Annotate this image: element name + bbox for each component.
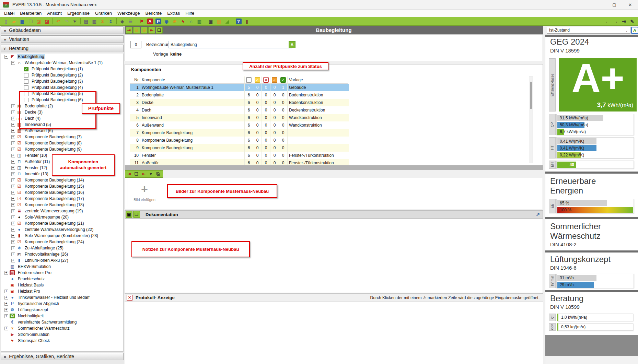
chart-green-icon[interactable]: ◢ bbox=[223, 17, 231, 25]
save-doc-icon[interactable]: ▣ bbox=[126, 211, 132, 218]
expander-icon[interactable] bbox=[11, 117, 15, 120]
copy-doc-icon[interactable]: ❏ bbox=[133, 211, 140, 218]
expander-icon[interactable] bbox=[11, 104, 15, 108]
menu-item[interactable]: Grafiken bbox=[92, 10, 115, 16]
tree-item[interactable]: ☑ Komponente Baubegleitung (8) bbox=[1, 140, 123, 146]
tree-item[interactable]: ☑ Komponente Baubegleitung (18) bbox=[1, 202, 123, 208]
table-row[interactable]: 8 Komponente Baubegleitung 6 0 0 0 0 bbox=[130, 137, 349, 144]
expander-icon[interactable] bbox=[11, 178, 15, 182]
globe-icon[interactable]: ◉ bbox=[163, 17, 170, 25]
status-pending-icon[interactable] bbox=[255, 77, 260, 83]
checkbox[interactable] bbox=[24, 85, 28, 90]
chart-report-icon[interactable]: ▥ bbox=[91, 17, 98, 25]
new-file-icon[interactable]: ▯ bbox=[2, 17, 10, 25]
table-row[interactable]: 10 Fenster 6 0 0 0 0 Fenster-/Türkonstru… bbox=[130, 152, 349, 159]
heizlast-a-icon[interactable]: A bbox=[146, 17, 154, 25]
variant-dropdown[interactable]: Ist-Zustand ⌄ bbox=[547, 27, 630, 34]
p-tool-icon[interactable]: P bbox=[154, 17, 162, 25]
tree-item[interactable]: Prüfpunkt Baubegleitung (2) bbox=[1, 72, 123, 78]
forward-icon[interactable]: → bbox=[612, 17, 619, 25]
tree-item[interactable]: ϟ Stromspar-Check bbox=[1, 338, 123, 344]
marker-icon[interactable]: ⚑ bbox=[138, 17, 146, 25]
tree-item[interactable]: ● Feuchteschutz bbox=[1, 276, 123, 282]
undo-icon[interactable]: ↶ bbox=[55, 17, 62, 25]
tree-item[interactable]: ☑ Komponente Baubegleitung (15) bbox=[1, 183, 123, 189]
tree-item[interactable]: ☑ Komponente Baubegleitung (16) bbox=[1, 189, 123, 196]
tree-item[interactable]: ☑ Komponente Baubegleitung (9) bbox=[1, 146, 123, 152]
tree-item[interactable]: ● Trinkwarmwasser - Heizlast und Bedarf bbox=[1, 294, 123, 301]
remove-image-icon[interactable]: ⇤ bbox=[140, 171, 147, 177]
paste-out-icon[interactable]: ◪ bbox=[43, 17, 51, 25]
close-button[interactable]: ✕ bbox=[622, 0, 638, 9]
tree-item[interactable]: ♻ Nachhaltigkeit bbox=[1, 313, 123, 319]
expander-icon[interactable] bbox=[4, 296, 8, 300]
table-row[interactable]: 2 Bodenplatte 6 0 0 0 0 Bodenkonstruktio… bbox=[130, 91, 349, 99]
remove-component-icon[interactable]: ⇤ bbox=[148, 27, 155, 34]
back-icon[interactable]: ← bbox=[604, 17, 611, 25]
import-data-icon[interactable]: ⊞ bbox=[141, 27, 148, 34]
separator[interactable] bbox=[79, 17, 82, 25]
checkbox[interactable] bbox=[24, 79, 28, 84]
expander-icon[interactable] bbox=[11, 129, 15, 133]
table-row[interactable]: 5 Innenwand 6 0 0 0 0 Wandkonstruktion bbox=[130, 114, 349, 121]
export-image-icon[interactable]: ⎘ bbox=[155, 171, 161, 177]
menu-item[interactable]: Bearbeiten bbox=[17, 10, 44, 16]
tree-item[interactable]: ◤ Baubegleitung bbox=[1, 54, 123, 60]
expander-icon[interactable] bbox=[11, 209, 15, 213]
expander-icon[interactable] bbox=[11, 228, 15, 232]
menu-item[interactable]: Hilfe bbox=[183, 10, 197, 16]
expander-icon[interactable] bbox=[11, 215, 15, 219]
tree-item[interactable]: ☀ Sommerlicher Wärmeschutz bbox=[1, 325, 123, 331]
lightning-icon[interactable]: ϟ bbox=[179, 17, 187, 25]
menu-item[interactable]: Datei bbox=[1, 10, 17, 16]
expander-icon[interactable] bbox=[11, 135, 15, 139]
paste-in-icon[interactable]: ◪ bbox=[35, 17, 43, 25]
table-row[interactable]: 4 Dach 6 0 0 0 0 Deckenkonstruktion bbox=[130, 106, 349, 114]
expander-icon[interactable] bbox=[4, 314, 8, 318]
tree-item[interactable]: ☑ Komponente Baubegleitung (17) bbox=[1, 196, 123, 202]
tree-item[interactable]: ▤ Förderrechner Pro bbox=[1, 270, 123, 276]
variant-chart-icon[interactable]: ✎ bbox=[628, 17, 636, 25]
expander-icon[interactable] bbox=[11, 203, 15, 207]
table-row[interactable]: 11 Außentür 6 0 0 0 0 Fenster-/Türkonstr… bbox=[130, 159, 349, 165]
tree-item[interactable]: ● Sole-Wärmepumpe (20) bbox=[1, 214, 123, 220]
expander-icon[interactable] bbox=[11, 166, 15, 170]
tree-item[interactable]: ⌂ Wohngebäude Weimar, Musterstraße 1 (1) bbox=[1, 60, 123, 66]
expander-icon[interactable] bbox=[11, 191, 15, 195]
table-row[interactable]: 6 Außenwand 6 0 0 0 0 Wandkonstruktion bbox=[130, 121, 349, 129]
doc-yellow-icon[interactable]: ▤ bbox=[215, 17, 223, 25]
add-image-placeholder[interactable]: + Bild einfügen bbox=[128, 179, 161, 206]
separator[interactable] bbox=[51, 17, 54, 25]
menu-item[interactable]: Berichte bbox=[143, 10, 165, 16]
house-energy-icon[interactable]: ⌂ bbox=[187, 17, 195, 25]
checkbox[interactable] bbox=[24, 73, 28, 78]
scrollbar-thumb[interactable] bbox=[530, 82, 532, 109]
tree-item[interactable]: ◩ Photovoltaikanlage (26) bbox=[1, 251, 123, 257]
checkbox[interactable] bbox=[24, 67, 28, 71]
wizard-icon[interactable]: ✶ bbox=[71, 17, 79, 25]
tree-item[interactable]: ▮ Lithium-Ionen Akku (27) bbox=[1, 257, 123, 263]
monitor-icon[interactable]: ▣ bbox=[207, 17, 214, 25]
sidebar-section-beratung[interactable]: » Beratung bbox=[1, 45, 124, 52]
copy-table-icon[interactable]: ❏ bbox=[156, 27, 163, 34]
auto-name-button[interactable]: A bbox=[289, 41, 295, 48]
close-protokoll-icon[interactable]: ✕ bbox=[127, 295, 132, 301]
redo-icon[interactable]: ↷ bbox=[63, 17, 70, 25]
open-folder-icon[interactable]: ▰ bbox=[10, 17, 18, 25]
copy-icon[interactable]: ❏ bbox=[27, 17, 34, 25]
tree-item[interactable]: ☸ Lüftungskonzept bbox=[1, 307, 123, 313]
expander-icon[interactable] bbox=[11, 240, 15, 244]
expand-icon[interactable]: ↗ bbox=[536, 212, 540, 217]
tree-item[interactable]: € vereinfachte Sachwertermittlung bbox=[1, 319, 123, 325]
status-open-icon[interactable] bbox=[246, 77, 252, 83]
expander-icon[interactable] bbox=[4, 290, 8, 293]
goto-icon[interactable]: ⇥ bbox=[620, 17, 628, 25]
export-data-icon[interactable]: ⊟ bbox=[133, 27, 140, 34]
tree-item[interactable]: ≣ zentrale Wärmeversorgung (19) bbox=[1, 208, 123, 214]
flowchart-icon[interactable]: ◈ bbox=[118, 17, 126, 25]
menu-item[interactable]: Werkzeuge bbox=[115, 10, 143, 16]
sum-orange-icon[interactable]: Σ bbox=[99, 17, 106, 25]
tree-item[interactable]: P hydraulischer Abgleich bbox=[1, 301, 123, 307]
expander-icon[interactable] bbox=[11, 110, 15, 114]
help-icon[interactable]: ? bbox=[235, 17, 242, 25]
